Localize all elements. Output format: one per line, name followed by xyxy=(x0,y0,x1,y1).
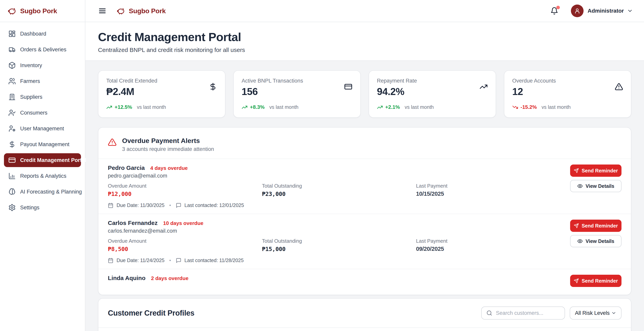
stat-delta: +12.5% vs last month xyxy=(106,104,217,110)
topbar-right: Administrator xyxy=(550,4,633,17)
brand-name: Sugbo Pork xyxy=(20,7,57,15)
stat-card-bnpl-transactions: Active BNPL Transactions 156 +8.3% vs la… xyxy=(233,70,361,118)
menu-toggle-button[interactable] xyxy=(96,5,108,17)
chevron-down-icon[interactable] xyxy=(627,8,633,14)
user-icon xyxy=(574,8,580,14)
alert-triangle-icon xyxy=(615,82,623,91)
send-reminder-label: Send Reminder xyxy=(582,223,618,229)
dollar-icon xyxy=(8,140,16,148)
user-role-label: Administrator xyxy=(588,8,624,14)
stat-label: Total Credit Extended xyxy=(106,78,217,84)
app-root: Sugbo Pork Dashboard Orders & Deliveries… xyxy=(0,0,644,331)
page-header: Credit Management Portal Centralized BNP… xyxy=(85,22,644,61)
users-icon xyxy=(8,78,16,85)
topbar: Sugbo Pork Administrator xyxy=(85,0,644,22)
notification-dot xyxy=(556,6,560,9)
sidebar-nav: Dashboard Orders & Deliveries Inventory … xyxy=(0,22,85,219)
alert-row: Pedro Garcia 4 days overdue pedro.garcia… xyxy=(98,158,631,214)
stat-delta-value: +2.1% xyxy=(385,104,400,110)
send-reminder-button[interactable]: Send Reminder xyxy=(570,164,622,177)
sidebar-item-settings[interactable]: Settings xyxy=(4,201,81,214)
send-reminder-button[interactable]: Send Reminder xyxy=(570,275,622,287)
alert-row: Carlos Fernandez 10 days overdue carlos.… xyxy=(98,214,631,269)
eye-icon xyxy=(577,238,583,244)
stat-label: Overdue Accounts xyxy=(512,78,623,84)
eye-icon xyxy=(577,183,583,189)
sidebar-item-label: AI Forecasting & Planning xyxy=(20,189,82,195)
chevron-down-icon xyxy=(611,310,616,316)
send-reminder-button[interactable]: Send Reminder xyxy=(570,220,622,232)
sidebar-item-label: Reports & Analytics xyxy=(20,173,66,179)
total-outstanding-label: Total Outstanding xyxy=(262,238,416,244)
send-reminder-label: Send Reminder xyxy=(582,168,618,174)
last-payment-label: Last Payment xyxy=(416,238,570,244)
sidebar-brand: Sugbo Pork xyxy=(0,0,85,22)
truck-icon xyxy=(8,46,16,53)
stat-delta-value: -15.2% xyxy=(520,104,537,110)
stat-card-total-credit: Total Credit Extended ₱2.4M +12.5% vs la… xyxy=(98,70,226,118)
stat-delta-value: +8.3% xyxy=(250,104,264,110)
dashboard-grid-icon xyxy=(8,30,16,38)
stat-delta-value: +12.5% xyxy=(114,104,132,110)
sidebar-item-consumers[interactable]: Consumers xyxy=(4,106,81,120)
stat-compare-label: vs last month xyxy=(404,104,434,110)
total-outstanding-value: ₱23,000 xyxy=(262,190,416,197)
stat-card-overdue-accounts: Overdue Accounts 12 -15.2% vs last month xyxy=(504,70,631,118)
last-contacted-text: Last contacted: 12/01/2025 xyxy=(184,202,244,208)
overdue-amount-label: Overdue Amount xyxy=(108,238,262,244)
sidebar-item-label: User Management xyxy=(20,126,64,132)
sidebar-item-inventory[interactable]: Inventory xyxy=(4,58,81,72)
last-payment-label: Last Payment xyxy=(416,183,570,189)
dot-separator: • xyxy=(169,258,171,263)
calendar-icon xyxy=(108,258,114,263)
page-title: Credit Management Portal xyxy=(98,30,631,44)
trending-down-icon xyxy=(512,104,518,110)
stat-compare-label: vs last month xyxy=(137,104,166,110)
avatar[interactable] xyxy=(571,4,584,17)
alert-row-actions: Send Reminder View Details xyxy=(570,164,622,208)
overdue-badge: 2 days overdue xyxy=(151,275,188,282)
sidebar-item-payout-management[interactable]: Payout Management xyxy=(4,138,81,151)
sidebar-item-suppliers[interactable]: Suppliers xyxy=(4,90,81,104)
credit-card-icon xyxy=(8,156,16,164)
alert-row-stats: Overdue Amount ₱8,500 Total Outstanding … xyxy=(108,238,570,252)
search-icon xyxy=(486,310,492,316)
sidebar-item-dashboard[interactable]: Dashboard xyxy=(4,27,81,41)
stat-label: Repayment Rate xyxy=(377,78,488,84)
trending-up-icon xyxy=(480,82,488,91)
sidebar-item-reports-analytics[interactable]: Reports & Analytics xyxy=(4,169,81,183)
gear-icon xyxy=(8,204,16,211)
sidebar-item-orders-deliveries[interactable]: Orders & Deliveries xyxy=(4,43,81,56)
bar-chart-icon xyxy=(8,172,16,180)
send-icon xyxy=(574,278,579,284)
stat-delta: +2.1% vs last month xyxy=(377,104,488,110)
view-details-label: View Details xyxy=(586,183,614,189)
page-subtitle: Centralized BNPL and credit risk monitor… xyxy=(98,46,631,53)
alert-row-actions: Send Reminder xyxy=(570,275,622,287)
sidebar-item-farmers[interactable]: Farmers xyxy=(4,74,81,88)
brain-icon xyxy=(8,188,16,196)
sidebar-item-label: Dashboard xyxy=(20,31,46,37)
last-payment-value: 10/15/2025 xyxy=(416,190,570,197)
stat-delta: +8.3% vs last month xyxy=(242,104,352,110)
alert-row-details: Linda Aquino 2 days overdue xyxy=(108,275,570,287)
trending-up-icon xyxy=(106,104,112,110)
notifications-button[interactable] xyxy=(550,7,558,15)
view-details-button[interactable]: View Details xyxy=(570,235,622,247)
sidebar-item-credit-management-portal[interactable]: Credit Management Portal xyxy=(4,153,81,167)
view-details-button[interactable]: View Details xyxy=(570,180,622,192)
search-input[interactable] xyxy=(496,310,560,316)
user-cog-icon xyxy=(8,125,16,132)
risk-level-filter-label: All Risk Levels xyxy=(575,310,610,316)
pig-icon xyxy=(116,6,125,16)
alert-row-meta: Due Date: 11/24/2025 • Last contacted: 1… xyxy=(108,258,570,263)
alert-row-stats: Overdue Amount ₱12,000 Total Outstanding… xyxy=(108,183,570,197)
total-outstanding-value: ₱15,000 xyxy=(262,246,416,252)
customer-search xyxy=(481,306,565,320)
overdue-amount-label: Overdue Amount xyxy=(108,183,262,189)
stat-value: 156 xyxy=(242,86,352,97)
sidebar-item-ai-forecasting[interactable]: AI Forecasting & Planning xyxy=(4,185,81,199)
sidebar-item-user-management[interactable]: User Management xyxy=(4,122,81,136)
alerts-title: Overdue Payment Alerts xyxy=(122,136,214,145)
risk-level-filter[interactable]: All Risk Levels xyxy=(570,306,622,320)
